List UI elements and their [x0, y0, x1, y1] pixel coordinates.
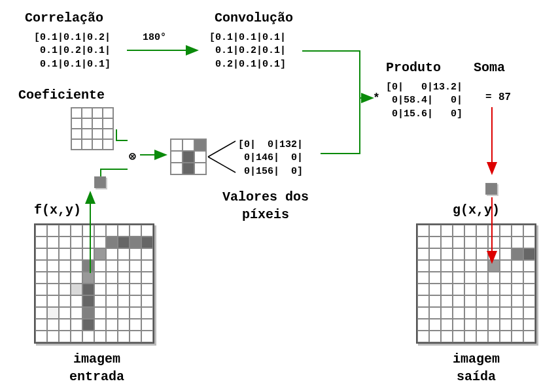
- matrix-correlation: [0.1|0.1|0.2| 0.1|0.2|0.1| 0.1|0.1|0.1]: [34, 31, 111, 71]
- caption-output: imagem saída: [437, 350, 515, 385]
- arrow-sum-down: [484, 106, 500, 179]
- svg-line-2: [208, 141, 235, 157]
- label-fxy: f(x,y): [34, 203, 81, 218]
- arrow-output-down: [484, 196, 500, 268]
- title-produto: Produto: [386, 60, 441, 75]
- tensor-symbol: ⊗: [129, 149, 136, 163]
- svg-line-3: [208, 157, 235, 172]
- lines-diverge: [207, 136, 238, 178]
- title-correlacao: Correlação: [25, 10, 103, 25]
- title-soma: Soma: [474, 60, 505, 75]
- path-conv-to-star: [301, 46, 379, 157]
- arrow-rotate: [126, 41, 203, 60]
- output-image-grid: [416, 223, 536, 344]
- label-180: 180°: [143, 32, 166, 43]
- title-convolucao: Convolução: [215, 10, 293, 25]
- caption-input: imagem entrada: [58, 350, 136, 385]
- input-pixel: [94, 176, 106, 188]
- matrix-product: [0| 0|13.2| 0|58.4| 0| 0|15.6| 0]: [386, 81, 462, 121]
- arrow-to-patch: [139, 147, 170, 163]
- output-pixel: [485, 183, 497, 195]
- matrix-convolution: [0.1|0.1|0.1| 0.1|0.2|0.1| 0.2|0.1|0.1]: [209, 31, 286, 71]
- matrix-pixelvalues: [0| 0|132| 0|146| 0| 0|156| 0]: [238, 139, 303, 178]
- star-symbol: *: [373, 91, 380, 105]
- title-coeficiente: Coeficiente: [18, 88, 105, 103]
- patch-grid: [170, 139, 207, 175]
- title-valores: Valores dos píxeis: [207, 188, 324, 223]
- sum-value: 87: [498, 91, 511, 103]
- arrow-input-up: [82, 189, 98, 274]
- equals-symbol: =: [485, 91, 492, 103]
